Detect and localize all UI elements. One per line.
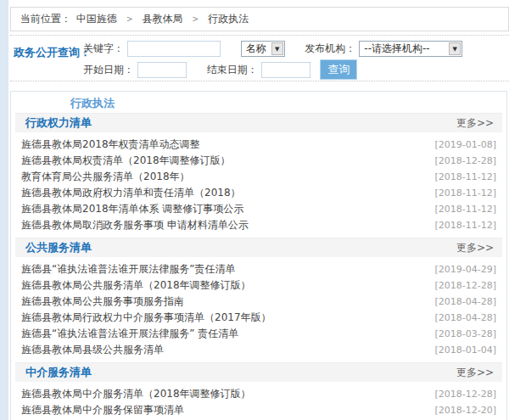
section-public-service-list: 公共服务清单 更多>> 旌德县“谁执法谁普法谁开展法律服务”责任清单 [2019…	[11, 238, 506, 362]
list-item: 旌德县教体局2018年权责清单动态调整 [2019-01-08]	[21, 137, 496, 153]
more-link[interactable]: 更多>>	[456, 238, 494, 257]
breadcrumb: 当前位置： 中国旌德 ＞ 县教体局 ＞ 行政执法	[10, 7, 509, 31]
left-background-strip	[0, 0, 8, 420]
list-item: 旌德县教体局行政权力中介服务事项清单（2017年版） [2018-04-28]	[21, 310, 496, 326]
breadcrumb-link-current[interactable]: 行政执法	[208, 13, 249, 25]
dropdown-arrow-icon: ▼	[271, 42, 283, 55]
search-row-2: 开始日期： 结束日期： 查询	[83, 59, 509, 77]
start-date-label: 开始日期：	[83, 64, 134, 76]
list-item: 旌德县“谁执法谁普法谁开展法律服务”责任清单 [2019-04-29]	[21, 261, 496, 277]
doc-link[interactable]: 旌德县“谁执法谁普法谁开展法律服务”责任清单	[21, 261, 235, 277]
doc-link[interactable]: 旌德县教体局2018年权责清单动态调整	[21, 137, 200, 153]
search-type-select[interactable]: 名称 ▼	[241, 41, 285, 57]
list-item: 旌德县教体局中介服务保留事项清单 [2018-12-20]	[21, 402, 496, 418]
doc-date: [2018-12-28]	[434, 153, 496, 169]
publisher-select[interactable]: --请选择机构-- ▼	[359, 41, 462, 57]
doc-date: [2019-01-08]	[434, 137, 496, 153]
breadcrumb-label: 当前位置：	[20, 13, 71, 25]
public-info-search-panel: 政务公开查询： 关键字： 名称 ▼ 发布机构： --请选择机构-- ▼ 开始日期…	[10, 35, 509, 81]
list-item: 旌德县教体局公共服务事项服务指南 [2018-04-28]	[21, 294, 496, 310]
doc-date: [2019-04-29]	[434, 261, 496, 277]
section-title: 公共服务清单	[25, 241, 92, 254]
search-row-1: 关键字： 名称 ▼ 发布机构： --请选择机构-- ▼	[83, 40, 509, 58]
doc-link[interactable]: 旌德县教体局2018年清单体系 调整修订事项公示	[21, 201, 243, 217]
list-item: 旌德县教体局2018年清单体系 调整修订事项公示 [2018-11-12]	[21, 201, 496, 217]
list-item: 旌德县教体局中介服务清单（2018年调整修订版） [2018-12-28]	[21, 386, 496, 402]
search-button[interactable]: 查询	[320, 59, 357, 80]
start-date-input[interactable]	[137, 62, 187, 78]
section-title: 中介服务清单	[25, 366, 92, 378]
tab-administrative-enforcement[interactable]: 行政执法	[70, 97, 115, 109]
list-item: 旌德县“谁执法谁普法谁开展法律服务” 责任清单 [2018-03-28]	[21, 326, 496, 342]
end-date-label: 结束日期：	[207, 64, 258, 76]
list-item: 旌德县教体局县级公共服务清单 [2018-01-04]	[21, 342, 496, 358]
doc-date: [2018-12-28]	[434, 386, 496, 402]
publisher-selected-value: --请选择机构--	[364, 42, 429, 54]
doc-link[interactable]: 旌德县教体局权责清单（2018年调整修订版）	[21, 153, 231, 169]
end-date-input[interactable]	[261, 62, 310, 78]
list-item: 旌德县教体局政府权力清单和责任清单（2018） [2018-11-12]	[21, 185, 496, 201]
doc-link[interactable]: 旌德县“谁执法谁普法谁开展法律服务” 责任清单	[21, 326, 238, 342]
search-type-selected-value: 名称	[246, 42, 266, 54]
list-item: 教育体育局公共服务清单（2018年） [2018-11-12]	[21, 169, 496, 185]
section-title: 行政权力清单	[25, 116, 92, 129]
doc-date: [2018-11-12]	[434, 201, 496, 217]
section-admin-power-list: 行政权力清单 更多>> 旌德县教体局2018年权责清单动态调整 [2019-01…	[11, 113, 506, 238]
breadcrumb-separator: ＞	[190, 13, 200, 25]
list-item: 旌德县教体局取消政务服务事项 申请材料清单公示 [2018-11-12]	[21, 217, 496, 233]
section-intermediary-service-list: 中介服务清单 更多>> 旌德县教体局中介服务清单（2018年调整修订版） [20…	[11, 362, 506, 420]
list-item: 旌德县教体局公共服务清单（2018年调整修订版） [2018-12-28]	[21, 277, 496, 294]
publisher-label: 发布机构：	[305, 42, 355, 54]
keyword-input[interactable]	[127, 41, 221, 57]
section-header: 行政权力清单 更多>>	[15, 113, 502, 132]
doc-link[interactable]: 旌德县教体局公共服务事项服务指南	[21, 294, 184, 310]
doc-date: [2018-11-12]	[434, 217, 496, 233]
doc-list: 旌德县教体局中介服务清单（2018年调整修订版） [2018-12-28] 旌德…	[11, 382, 506, 420]
doc-date: [2018-01-04]	[434, 342, 496, 358]
doc-list: 旌德县“谁执法谁普法谁开展法律服务”责任清单 [2019-04-29] 旌德县教…	[11, 257, 506, 362]
more-link[interactable]: 更多>>	[456, 114, 494, 132]
section-header: 公共服务清单 更多>>	[15, 238, 502, 257]
doc-link[interactable]: 旌德县教体局政府权力清单和责任清单（2018）	[21, 185, 241, 201]
doc-link[interactable]: 旌德县教体局行政权力中介服务事项清单（2017年版）	[21, 310, 271, 326]
doc-link[interactable]: 旌德县教体局中介服务清单（2018年调整修订版）	[21, 386, 251, 402]
doc-link[interactable]: 教育体育局公共服务清单（2018年）	[21, 169, 190, 185]
doc-date: [2018-11-12]	[434, 185, 496, 201]
search-panel-title: 政务公开查询：	[14, 45, 91, 60]
page: 当前位置： 中国旌德 ＞ 县教体局 ＞ 行政执法 政务公开查询： 关键字： 名称…	[8, 0, 509, 420]
doc-date: [2018-12-28]	[434, 277, 496, 294]
more-link[interactable]: 更多>>	[456, 363, 494, 382]
doc-date: [2018-04-28]	[434, 294, 496, 310]
tab-row: 行政执法	[11, 92, 506, 113]
doc-date: [2018-12-20]	[434, 402, 496, 418]
doc-link[interactable]: 旌德县教体局公共服务清单（2018年调整修订版）	[21, 277, 251, 294]
breadcrumb-separator: ＞	[125, 13, 135, 25]
content-box: 行政执法 行政权力清单 更多>> 旌德县教体局2018年权责清单动态调整 [20…	[10, 91, 507, 420]
doc-link[interactable]: 旌德县教体局中介服务保留事项清单	[21, 402, 184, 418]
doc-date: [2018-04-28]	[434, 310, 496, 326]
breadcrumb-link-home[interactable]: 中国旌德	[76, 13, 117, 25]
doc-date: [2018-11-12]	[434, 169, 496, 185]
section-header: 中介服务清单 更多>>	[15, 362, 502, 382]
doc-date: [2018-03-28]	[434, 326, 496, 342]
dropdown-arrow-icon: ▼	[449, 42, 461, 55]
breadcrumb-link-bureau[interactable]: 县教体局	[142, 13, 182, 25]
doc-link[interactable]: 旌德县教体局县级公共服务清单	[21, 342, 164, 358]
doc-link[interactable]: 旌德县教体局取消政务服务事项 申请材料清单公示	[21, 217, 249, 233]
doc-list: 旌德县教体局2018年权责清单动态调整 [2019-01-08] 旌德县教体局权…	[11, 132, 506, 238]
list-item: 旌德县教体局权责清单（2018年调整修订版） [2018-12-28]	[21, 153, 496, 169]
